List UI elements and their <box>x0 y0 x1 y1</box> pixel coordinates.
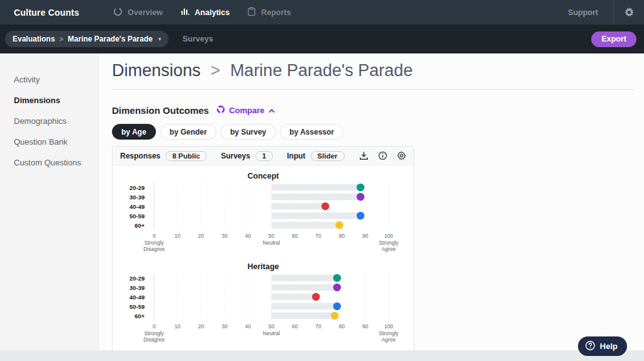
svg-text:Neutral: Neutral <box>263 330 280 336</box>
info-icon[interactable] <box>378 151 387 160</box>
svg-text:Strongly: Strongly <box>144 330 164 336</box>
svg-text:Strongly: Strongly <box>379 240 399 246</box>
svg-text:40: 40 <box>245 323 251 330</box>
chart-plot: 20-2930-3940-4950-5960+01020304050607080… <box>113 272 414 345</box>
tab-by-age[interactable]: by Age <box>112 124 156 140</box>
svg-text:60: 60 <box>292 323 298 330</box>
nav-reports[interactable]: Reports <box>247 7 291 18</box>
responses-label: Responses <box>120 152 160 160</box>
surveys-pill[interactable]: 1 <box>255 151 273 161</box>
svg-text:40-49: 40-49 <box>130 294 145 301</box>
svg-text:Disagree: Disagree <box>143 246 165 252</box>
svg-text:40: 40 <box>245 233 251 239</box>
svg-text:80: 80 <box>339 233 345 239</box>
svg-text:20-29: 20-29 <box>130 275 145 282</box>
svg-text:50-59: 50-59 <box>130 303 145 310</box>
help-button[interactable]: Help <box>578 336 627 356</box>
svg-text:20: 20 <box>198 323 204 330</box>
page-body: Activity Dimensions Demographics Questio… <box>0 53 644 361</box>
surveys-label: Surveys <box>221 152 250 160</box>
download-icon[interactable] <box>359 151 369 160</box>
compare-label: Compare <box>229 106 264 115</box>
responses-pill[interactable]: 8 Public <box>165 151 207 161</box>
nav-reports-label: Reports <box>261 8 291 17</box>
sidebar-item-demographics[interactable]: Demographics <box>0 111 98 131</box>
section-row: Dimension Outcomes Compare <box>112 105 634 116</box>
svg-text:10: 10 <box>175 323 181 330</box>
breadcrumb-section: Evaluations <box>13 35 55 43</box>
topbar-right: Support <box>553 0 644 25</box>
topbar: Culture Counts Overview Analytics Report… <box>0 0 644 25</box>
main-nav: Overview Analytics Reports <box>113 7 291 18</box>
input-pill[interactable]: Slider <box>311 151 345 161</box>
nav-analytics[interactable]: Analytics <box>180 7 230 18</box>
sidebar-item-custom-questions[interactable]: Custom Questions <box>0 152 98 173</box>
chevron-down-icon: ▾ <box>158 36 162 42</box>
subbar-surveys-link[interactable]: Surveys <box>182 35 213 43</box>
input-label: Input <box>287 152 305 160</box>
svg-text:50-59: 50-59 <box>130 213 145 219</box>
clipboard-icon <box>247 7 256 18</box>
sidebar: Activity Dimensions Demographics Questio… <box>0 53 99 361</box>
chart-panel-header: Responses 8 Public Surveys 1 Input Slide… <box>113 147 414 165</box>
sidebar-item-dimensions[interactable]: Dimensions <box>0 90 98 111</box>
chart-title: Heritage <box>113 262 414 272</box>
svg-text:30-39: 30-39 <box>130 284 145 291</box>
sidebar-item-activity[interactable]: Activity <box>0 69 98 90</box>
svg-text:Agree: Agree <box>382 246 396 252</box>
tab-by-survey[interactable]: by Survey <box>221 124 275 140</box>
svg-text:90: 90 <box>362 323 369 330</box>
dimension-chart-heritage: Heritage 20-2930-3940-4950-5960+01020304… <box>113 262 414 345</box>
svg-text:70: 70 <box>315 323 321 330</box>
chart-title: Concept <box>113 172 414 182</box>
nav-overview[interactable]: Overview <box>113 7 163 18</box>
svg-text:60: 60 <box>292 233 298 239</box>
svg-text:70: 70 <box>315 233 321 239</box>
svg-text:Agree: Agree <box>382 336 396 343</box>
panel-header-icons <box>359 151 406 160</box>
breadcrumb-separator: > <box>59 35 63 43</box>
svg-text:30: 30 <box>221 233 228 239</box>
tab-by-assessor[interactable]: by Assessor <box>280 124 343 140</box>
svg-text:Strongly: Strongly <box>379 330 399 336</box>
svg-text:Disagree: Disagree <box>143 336 165 343</box>
svg-text:30-39: 30-39 <box>130 194 145 201</box>
svg-text:20-29: 20-29 <box>130 184 145 191</box>
svg-text:Strongly: Strongly <box>144 240 164 246</box>
svg-text:90: 90 <box>362 233 369 239</box>
svg-text:50: 50 <box>269 323 275 330</box>
svg-text:50: 50 <box>269 233 275 239</box>
settings-gear-icon[interactable] <box>614 7 644 18</box>
svg-text:60+: 60+ <box>135 222 145 229</box>
chart-plot: 20-2930-3940-4950-5960+01020304050607080… <box>113 182 414 255</box>
compare-ring-icon <box>216 105 225 116</box>
dimension-chart-concept: Concept 20-2930-3940-4950-5960+010203040… <box>113 172 414 255</box>
svg-text:20: 20 <box>198 233 204 239</box>
export-button[interactable]: Export <box>591 31 636 47</box>
page-title-secondary: Marine Parade's Parade <box>230 61 413 80</box>
bottom-strip <box>0 350 644 361</box>
breadcrumb-item: Marine Parade's Parade <box>68 35 153 43</box>
panel-gear-icon[interactable] <box>397 151 406 160</box>
svg-text:40-49: 40-49 <box>130 203 145 210</box>
svg-text:100: 100 <box>384 233 393 239</box>
brand-logo[interactable]: Culture Counts <box>0 8 113 18</box>
title-divider <box>112 89 634 90</box>
help-label: Help <box>600 342 618 351</box>
tab-by-gender[interactable]: by Gender <box>160 124 216 140</box>
sidebar-item-question-bank[interactable]: Question Bank <box>0 131 98 152</box>
nav-analytics-label: Analytics <box>195 8 230 17</box>
breadcrumb[interactable]: Evaluations > Marine Parade's Parade ▾ <box>5 31 169 47</box>
subbar: Evaluations > Marine Parade's Parade ▾ S… <box>0 25 644 53</box>
bar-chart-icon <box>180 7 190 18</box>
page-title-primary: Dimensions <box>112 61 201 80</box>
support-link[interactable]: Support <box>553 8 613 17</box>
chevron-up-icon <box>269 106 275 115</box>
compare-button[interactable]: Compare <box>216 105 274 116</box>
nav-overview-label: Overview <box>128 8 163 17</box>
svg-text:100: 100 <box>384 323 393 330</box>
compare-tabs: by Age by Gender by Survey by Assessor <box>112 124 634 140</box>
svg-text:30: 30 <box>221 323 228 330</box>
svg-text:0: 0 <box>153 233 156 239</box>
circle-arc-icon <box>113 7 123 18</box>
